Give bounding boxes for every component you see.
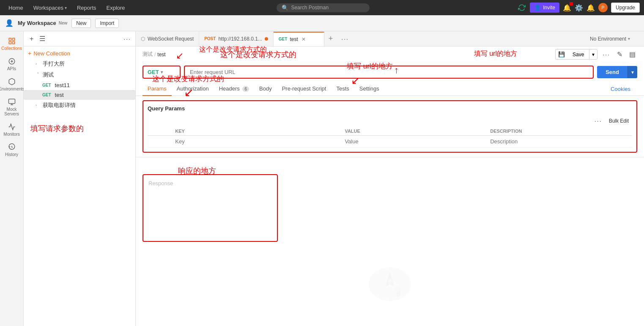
- invite-button[interactable]: 👤 Invite: [530, 3, 559, 13]
- rocket-illustration: [136, 255, 644, 314]
- upgrade-button[interactable]: Upgrade: [611, 3, 640, 13]
- more-request-icon[interactable]: ···: [601, 49, 612, 60]
- tab-tests[interactable]: Tests: [331, 82, 354, 96]
- key-cell[interactable]: [172, 136, 341, 148]
- cn-method-annotation: 这个是改变请求方式的: [199, 45, 267, 54]
- method-arrow-icon: ▾: [161, 70, 163, 74]
- new-collection-icon: +: [28, 50, 31, 57]
- url-arrow: ↑: [394, 65, 399, 76]
- svg-rect-1: [12, 38, 14, 40]
- env-selector[interactable]: No Environment ▾: [585, 36, 644, 42]
- url-input[interactable]: [184, 66, 594, 79]
- tab-get-test[interactable]: GET test ✕: [274, 32, 324, 47]
- tab-get-method: GET: [279, 37, 288, 41]
- send-button[interactable]: Send: [597, 66, 628, 78]
- new-collection-item[interactable]: + New Collection: [24, 48, 135, 58]
- desc-cell[interactable]: [487, 136, 632, 148]
- workspace-title: My Workspace New: [18, 20, 67, 26]
- avatar[interactable]: P: [598, 3, 608, 12]
- search-icon: 🔍: [282, 5, 288, 11]
- new-button[interactable]: New: [71, 19, 91, 28]
- col-value-header: VALUE: [341, 127, 487, 136]
- nav-reports[interactable]: Reports: [73, 3, 101, 13]
- close-tab-icon[interactable]: ✕: [301, 36, 307, 43]
- main-layout: Collections APIs Environments Mock Serve…: [0, 31, 644, 326]
- nav-home[interactable]: Home: [4, 3, 27, 13]
- import-button[interactable]: Import: [95, 19, 119, 28]
- sync-icon[interactable]: [517, 3, 526, 12]
- tree-item-test11[interactable]: GET test11: [24, 80, 135, 90]
- shouda-label: 手打大所: [43, 60, 65, 68]
- bulk-edit-button[interactable]: Bulk Edit: [606, 117, 632, 125]
- sidebar-item-apis[interactable]: APIs: [1, 55, 22, 74]
- tab-headers[interactable]: Headers 6: [214, 82, 254, 96]
- params-annotation-text: 填写请求参数的: [30, 124, 84, 133]
- sidebar-item-monitors[interactable]: Monitors: [1, 121, 22, 139]
- tree-item-test[interactable]: GET test: [24, 90, 135, 100]
- nav-explore[interactable]: Explore: [102, 3, 129, 13]
- sidebar-item-history[interactable]: History: [1, 141, 22, 159]
- sidebar-tree: + New Collection › 手打大所 › 测试 GET test11 …: [24, 47, 135, 326]
- tab-post[interactable]: POST http://192.168.0.1...: [199, 31, 274, 47]
- response-annotation-row: 响应的地方: [136, 157, 644, 162]
- info-icon[interactable]: ▤: [628, 49, 637, 60]
- key-input[interactable]: [175, 138, 338, 145]
- tree-item-huoqu[interactable]: › 获取电影详情: [24, 100, 135, 111]
- svg-rect-2: [9, 42, 11, 44]
- tab-websocket[interactable]: ⬡ WebSocket Request: [136, 31, 199, 47]
- cookies-link[interactable]: Cookies: [611, 86, 637, 92]
- add-collection-icon[interactable]: +: [28, 34, 35, 44]
- environments-label: Environments: [0, 87, 25, 91]
- bulk-edit-row: ··· Bulk Edit: [148, 115, 632, 127]
- response-annotation-text: 响应的地方: [178, 166, 216, 176]
- more-tabs-icon[interactable]: ···: [337, 36, 353, 42]
- breadcrumb-current: test: [157, 52, 165, 58]
- method-select[interactable]: GET ▾: [143, 66, 181, 79]
- method-value: GET: [148, 69, 159, 75]
- save-button[interactable]: Save: [567, 50, 589, 59]
- notification-icon[interactable]: 🔔: [563, 4, 571, 12]
- settings-icon[interactable]: ⚙️: [575, 4, 583, 12]
- nav-workspaces[interactable]: Workspaces ▾: [29, 3, 71, 13]
- sidebar-item-collections[interactable]: Collections: [1, 35, 22, 53]
- svg-rect-5: [8, 99, 15, 104]
- invite-icon: 👤: [534, 4, 541, 11]
- tab-authorization[interactable]: Authorization: [172, 82, 214, 96]
- filter-icon[interactable]: ☰: [38, 34, 47, 44]
- history-label: History: [5, 152, 18, 157]
- send-button-group: Send ▾: [597, 66, 637, 78]
- tree-item-shouda[interactable]: › 手打大所: [24, 58, 135, 69]
- value-cell[interactable]: [341, 136, 487, 148]
- environments-icon: [8, 78, 16, 85]
- topnav: Home Workspaces ▾ Reports Explore 🔍 Sear…: [0, 0, 644, 15]
- edit-icon[interactable]: ✎: [615, 49, 624, 60]
- method-get-test11: GET: [42, 83, 51, 88]
- tab-settings[interactable]: Settings: [354, 82, 384, 96]
- params-title: Query Params: [148, 105, 632, 112]
- col-desc-header: DESCRIPTION: [487, 127, 632, 136]
- params-table: KEY VALUE DESCRIPTION: [148, 127, 632, 148]
- more-params-icon[interactable]: ···: [595, 118, 602, 124]
- tab-params[interactable]: Params: [143, 82, 172, 96]
- tab-post-label: http://192.168.0.1...: [218, 36, 262, 42]
- alert-icon[interactable]: 🔔: [586, 4, 595, 12]
- add-tab-icon[interactable]: +: [324, 34, 337, 43]
- tab-get-label: test: [290, 36, 298, 42]
- sidebar-item-mock-servers[interactable]: Mock Servers: [1, 96, 22, 119]
- tab-pre-request[interactable]: Pre-request Script: [277, 82, 332, 96]
- value-input[interactable]: [345, 138, 483, 145]
- send-arrow-button[interactable]: ▾: [628, 66, 637, 78]
- tree-item-ceshi[interactable]: › 测试: [24, 69, 135, 80]
- chevron-ceshi: ›: [36, 72, 40, 77]
- col-check: [148, 127, 172, 136]
- search-bar[interactable]: 🔍 Search Postman: [277, 3, 370, 12]
- save-arrow-button[interactable]: ▾: [589, 50, 597, 59]
- tab-body[interactable]: Body: [254, 82, 277, 96]
- search-placeholder: Search Postman: [291, 5, 329, 11]
- apis-label: APIs: [7, 66, 16, 71]
- breadcrumb: 测试 / test: [143, 48, 166, 60]
- description-input[interactable]: [490, 138, 629, 145]
- panel-more-icon[interactable]: ···: [123, 36, 131, 42]
- breadcrumb-parent[interactable]: 测试: [143, 51, 153, 58]
- sidebar-item-environments[interactable]: Environments: [1, 75, 22, 94]
